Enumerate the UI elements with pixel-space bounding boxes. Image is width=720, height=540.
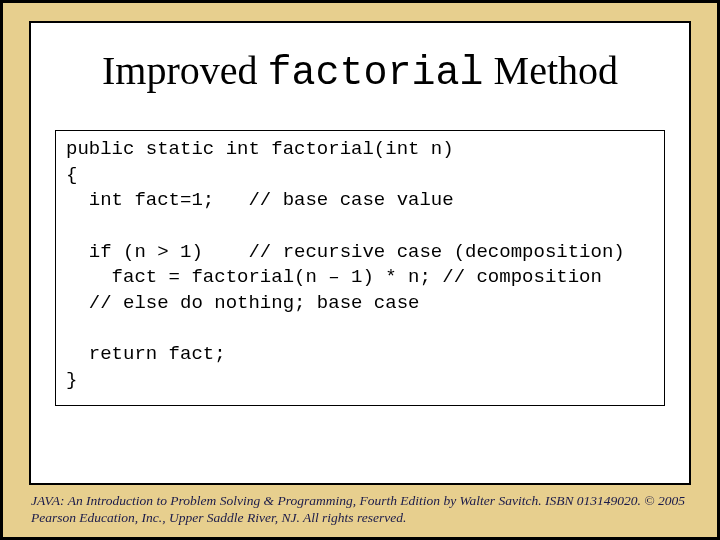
slide-body: Improved factorial Method public static … [29, 21, 691, 485]
title-code-word: factorial [268, 51, 484, 96]
title-part2: Method [484, 48, 618, 93]
code-listing: public static int factorial(int n) { int… [55, 130, 665, 406]
slide-frame: Improved factorial Method public static … [0, 0, 720, 540]
title-part1: Improved [102, 48, 268, 93]
slide-title: Improved factorial Method [55, 47, 665, 96]
copyright-footer: JAVA: An Introduction to Problem Solving… [31, 493, 689, 527]
